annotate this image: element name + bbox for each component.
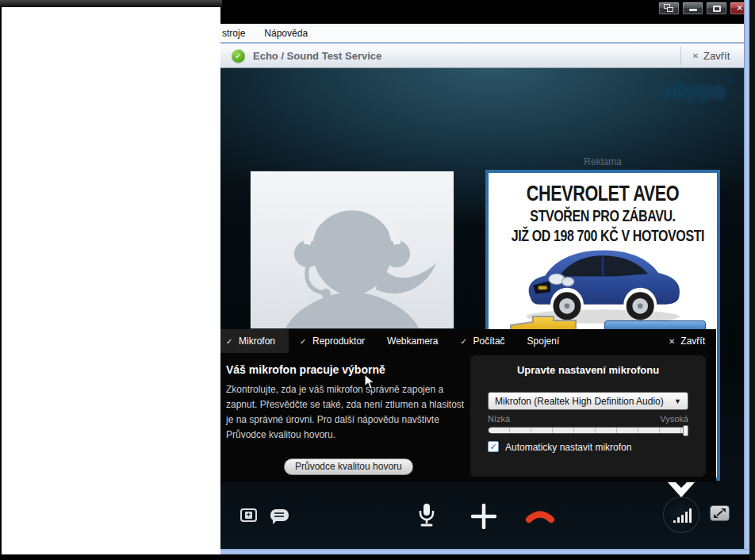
mic-status-heading: Váš mikrofon pracuje výborně: [226, 363, 385, 376]
call-quality-guide-button[interactable]: Průvodce kvalitou hovoru: [284, 458, 413, 475]
online-status-icon: ✓: [232, 49, 245, 63]
mic-device-value: Mikrofon (Realtek High Definition Audio): [495, 396, 674, 407]
add-to-call-button[interactable]: [471, 504, 496, 532]
ad-headline: CHEVROLET AVEO: [512, 182, 694, 206]
contact-avatar: [250, 171, 454, 329]
volume-high-label: Vysoká: [660, 414, 688, 424]
plus-icon: [471, 504, 496, 529]
foreign-window-top-edge: [0, 0, 222, 7]
signal-bars-icon: [673, 508, 692, 523]
volume-low-label: Nízká: [488, 414, 510, 424]
menu-item-tools[interactable]: stroje: [222, 28, 245, 39]
desktop-edge: [749, 0, 755, 560]
sound-test-tabbar: ✓ Mikrofon ✓ Reproduktor Webkamera ✓ Poč…: [213, 329, 716, 353]
auto-mic-checkbox-label: Automaticky nastavit mikrofon: [505, 442, 631, 453]
chat-bubble-icon: [274, 512, 284, 514]
hangup-phone-icon: [525, 508, 555, 524]
window-layers-icon: [664, 4, 675, 13]
window-switch-button[interactable]: [658, 2, 680, 15]
mic-settings-panel: Upravte nastavení mikrofonu Mikrofon (Re…: [470, 355, 706, 477]
maximize-button[interactable]: [706, 2, 727, 15]
close-x-icon: ✕: [692, 52, 699, 60]
tab-spojeni[interactable]: Spojení: [516, 329, 571, 353]
mic-device-dropdown[interactable]: Mikrofon (Realtek High Definition Audio)…: [488, 392, 688, 410]
call-quality-button[interactable]: [663, 497, 699, 533]
foreign-blank-window: [2, 7, 220, 554]
volume-slider-thumb[interactable]: [683, 425, 688, 436]
close-conversation-button[interactable]: ✕ Zavřít: [680, 46, 738, 66]
maximize-icon: [713, 6, 721, 12]
check-icon: ✓: [226, 337, 233, 346]
fullscreen-icon: [713, 508, 726, 519]
mouse-cursor: [364, 374, 376, 393]
screen-share-icon: +: [245, 512, 252, 519]
window-border-right: [744, 0, 749, 554]
tab-webkamera[interactable]: Webkamera: [376, 329, 449, 353]
tab-pocitac[interactable]: ✓ Počítač: [450, 329, 516, 353]
fullscreen-button[interactable]: [710, 505, 730, 521]
chevron-down-icon: ▼: [674, 397, 681, 405]
chat-button[interactable]: [270, 509, 289, 521]
screen-share-button[interactable]: +: [240, 508, 257, 522]
conversation-header: ✓ Echo / Sound Test Service ✕ Zavřít: [220, 44, 744, 68]
mic-status-description: Zkontrolujte, zda je váš mikrofon správn…: [226, 382, 464, 443]
conversation-title: Echo / Sound Test Service: [253, 50, 381, 62]
microphone-icon: [417, 503, 436, 528]
tab-mikrofon[interactable]: ✓ Mikrofon: [213, 329, 289, 353]
auto-mic-checkbox[interactable]: ✓: [488, 441, 499, 452]
skype-logo: skype™: [661, 77, 732, 104]
volume-slider[interactable]: [488, 427, 688, 434]
screen: ✕ stroje Nápověda ✓ Echo / Sound Test Se…: [0, 0, 755, 560]
sound-test-overlay: ✓ Mikrofon ✓ Reproduktor Webkamera ✓ Poč…: [213, 329, 716, 482]
close-overlay-button[interactable]: ✕ Zavřít: [657, 329, 716, 353]
minimize-button[interactable]: [682, 2, 703, 15]
check-icon: ✓: [489, 443, 496, 451]
window-border-bottom: [220, 549, 749, 554]
menu-item-help[interactable]: Nápověda: [264, 28, 308, 39]
check-icon: ✓: [300, 337, 307, 346]
close-x-icon: ✕: [669, 337, 675, 346]
ad-label: Reklama: [485, 156, 720, 167]
end-call-button[interactable]: [525, 508, 555, 527]
mute-microphone-button[interactable]: [417, 503, 436, 531]
check-icon: ✓: [461, 337, 468, 346]
mic-settings-title: Upravte nastavení mikrofonu: [470, 364, 706, 376]
menu-bar: stroje Nápověda: [220, 24, 744, 44]
tab-reproduktor[interactable]: ✓ Reproduktor: [289, 329, 376, 353]
minimize-icon: [689, 9, 697, 11]
ad-subline-1: STVOŘEN PRO ZÁBAVU.: [512, 206, 694, 226]
close-icon: ✕: [736, 4, 743, 13]
overlay-pointer-arrow: [668, 482, 695, 501]
